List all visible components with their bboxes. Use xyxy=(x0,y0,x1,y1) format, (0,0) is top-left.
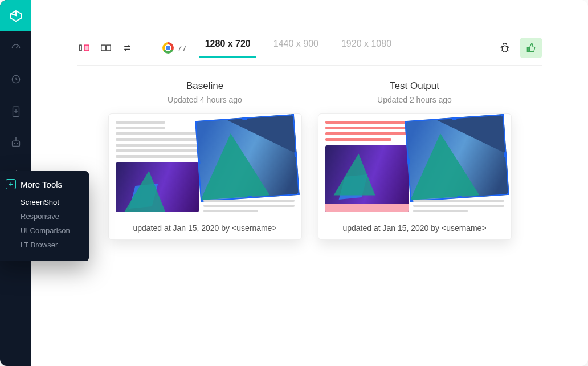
nav-history[interactable] xyxy=(5,68,27,91)
tooltip-item-0[interactable]: ScreenShot xyxy=(6,195,76,209)
tooltip-item-2[interactable]: UI Comparison xyxy=(6,223,76,238)
nav-robot[interactable] xyxy=(5,132,27,154)
bug-icon xyxy=(499,42,511,54)
layout-split-icon-a[interactable] xyxy=(77,40,92,55)
svg-line-22 xyxy=(507,46,509,47)
test-subtitle: Updated 2 hours ago xyxy=(318,95,512,104)
tooltip-title-row: + More Tools xyxy=(6,179,76,189)
svg-rect-13 xyxy=(84,45,89,51)
svg-point-7 xyxy=(14,143,15,144)
svg-line-20 xyxy=(507,51,509,51)
bug-button[interactable] xyxy=(496,39,514,57)
baseline-column: Baseline Updated 4 hours ago xyxy=(108,80,302,240)
svg-point-16 xyxy=(502,46,507,52)
logo[interactable] xyxy=(0,0,31,31)
baseline-subtitle: Updated 4 hours ago xyxy=(108,95,302,104)
baseline-preview xyxy=(116,121,295,212)
svg-marker-26 xyxy=(333,154,375,196)
baseline-title: Baseline xyxy=(108,80,302,92)
resolution-tab-1[interactable]: 1440 x 900 xyxy=(270,39,322,57)
svg-rect-15 xyxy=(107,45,111,51)
tooltip-item-1[interactable]: Responsive xyxy=(6,209,76,223)
resolution-tab-2[interactable]: 1920 x 1080 xyxy=(338,39,395,57)
resolution-tabs: 1280 x 720 1440 x 900 1920 x 1080 xyxy=(202,39,395,57)
battery-plus-icon xyxy=(11,105,21,117)
svg-point-10 xyxy=(15,138,16,139)
layout-split-icon-b[interactable] xyxy=(99,40,113,55)
nav-dashboard[interactable] xyxy=(5,36,27,59)
baseline-footer: updated at Jan 15, 2020 by <username> xyxy=(116,220,295,234)
diff-highlight-lines xyxy=(325,121,409,141)
more-tools-tooltip: + More Tools ScreenShot Responsive UI Co… xyxy=(0,171,89,261)
test-title: Test Output xyxy=(318,80,512,92)
chrome-icon xyxy=(162,42,174,54)
clock-icon xyxy=(10,74,22,85)
gauge-icon xyxy=(10,42,22,53)
swap-icon[interactable] xyxy=(120,40,135,55)
baseline-image-tile xyxy=(116,162,199,212)
baseline-crop-region[interactable] xyxy=(203,121,295,212)
toolbar: 77 1280 x 720 1440 x 900 1920 x 1080 xyxy=(77,38,542,66)
test-crop-region[interactable] xyxy=(413,121,504,212)
baseline-card[interactable]: updated at Jan 15, 2020 by <username> xyxy=(108,113,302,240)
chrome-version: 77 xyxy=(162,42,187,54)
tooltip-title: More Tools xyxy=(21,180,62,189)
svg-line-19 xyxy=(501,51,503,51)
svg-point-8 xyxy=(17,143,18,144)
svg-line-21 xyxy=(501,46,503,47)
test-preview xyxy=(325,121,504,212)
logo-icon xyxy=(9,9,23,23)
nav-battery[interactable] xyxy=(5,100,27,123)
chrome-version-number: 77 xyxy=(177,43,187,53)
approve-button[interactable] xyxy=(520,38,542,58)
plus-icon: + xyxy=(6,179,16,189)
test-column: Test Output Updated 2 hours ago xyxy=(318,80,512,240)
test-image-tile xyxy=(325,145,409,212)
comparison-row: Baseline Updated 4 hours ago xyxy=(77,80,542,240)
panel: 77 1280 x 720 1440 x 900 1920 x 1080 xyxy=(45,17,574,342)
toolbar-actions xyxy=(496,38,542,58)
content-area: 77 1280 x 720 1440 x 900 1920 x 1080 xyxy=(31,0,588,366)
diff-strip xyxy=(325,204,409,212)
test-card[interactable]: updated at Jan 15, 2020 by <username> xyxy=(318,113,512,240)
svg-rect-6 xyxy=(12,141,19,146)
svg-rect-12 xyxy=(80,45,81,51)
svg-marker-23 xyxy=(124,171,165,212)
thumbs-up-icon xyxy=(525,42,537,54)
test-footer: updated at Jan 15, 2020 by <username> xyxy=(325,220,504,234)
svg-rect-14 xyxy=(101,45,105,51)
toolbar-view-controls xyxy=(77,40,135,55)
app-shell: 77 1280 x 720 1440 x 900 1920 x 1080 xyxy=(0,0,588,366)
tooltip-item-3[interactable]: LT Browser xyxy=(6,238,76,252)
robot-icon xyxy=(10,137,22,149)
svg-line-1 xyxy=(16,46,18,48)
resolution-tab-0[interactable]: 1280 x 720 xyxy=(202,39,254,57)
